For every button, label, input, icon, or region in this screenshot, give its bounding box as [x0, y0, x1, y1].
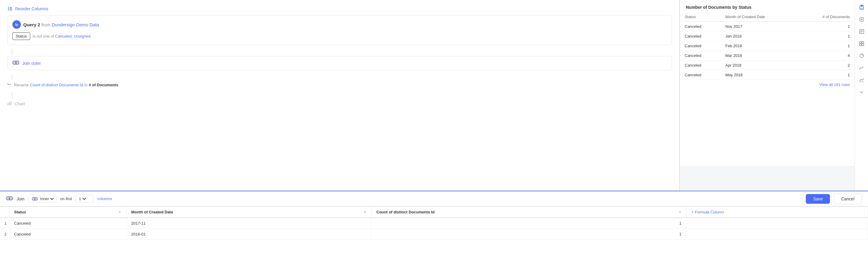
join-outer-label: Join outer — [22, 61, 41, 66]
join-columns-value: 1 — [79, 196, 81, 201]
svg-rect-23 — [860, 44, 861, 46]
svg-rect-21 — [860, 42, 861, 43]
rename-arrow: to — [84, 83, 89, 87]
sidebar-grid-icon[interactable] — [857, 39, 867, 48]
join-columns-label: columns — [97, 196, 112, 201]
preview-table-row: CanceledMar 20184 — [680, 51, 855, 60]
join-on-text: on first — [60, 196, 72, 201]
step-connector-1 — [12, 49, 12, 55]
col-month-sort[interactable]: ▼ — [363, 210, 366, 214]
preview-col-docs: # of Documents — [797, 12, 855, 22]
save-button[interactable]: Save — [806, 194, 830, 204]
sidebar-add-icon[interactable] — [857, 15, 867, 24]
table-row: 1Canceled2017-111 — [0, 218, 868, 229]
preview-chart-area — [680, 166, 855, 191]
query-from: from — [41, 22, 52, 27]
sidebar-edit-icon[interactable] — [857, 27, 867, 36]
preview-area: Number of Documents by Status Status Mon… — [680, 0, 855, 191]
sidebar-trend-icon[interactable] — [857, 75, 867, 85]
svg-rect-1 — [8, 8, 9, 9]
preview-table-row: CanceledJan 20181 — [680, 31, 855, 41]
right-sidebar — [855, 0, 868, 191]
svg-rect-8 — [7, 103, 8, 105]
sidebar-down-icon[interactable] — [857, 87, 867, 97]
reorder-columns-link[interactable]: Reorder Columns — [7, 6, 672, 11]
col-header-month: Month of Created Date ▼ — [126, 207, 371, 218]
join-type-chevron — [51, 196, 54, 200]
svg-rect-0 — [8, 7, 9, 8]
col-header-formula[interactable]: + Formula Column — [686, 207, 868, 218]
query-header: fp Query 2 from Dundersign Demo Data — [12, 20, 667, 29]
svg-rect-22 — [862, 42, 864, 43]
query-name: Query 2 — [23, 22, 40, 27]
join-outer-block: Join outer — [7, 56, 672, 70]
join-number-button[interactable]: 1 — [75, 195, 94, 203]
rename-new-name: # of Documents — [89, 83, 118, 87]
preview-table-row: CanceledApr 20182 — [680, 60, 855, 70]
svg-rect-3 — [10, 7, 12, 8]
chart-icon — [7, 101, 12, 107]
join-bar-circles-icon — [6, 196, 13, 201]
rename-field: Count of distinct Documents Id — [30, 83, 83, 87]
join-type-label: Inner — [40, 196, 49, 201]
preview-table-row: CanceledNov 20171 — [680, 22, 855, 31]
data-table-section: Status ▼ Month of Created Date ▼ Count o… — [0, 207, 868, 267]
filter-condition: is not one of Canceled, Unsigned — [33, 34, 91, 38]
sidebar-save-icon[interactable] — [857, 2, 867, 12]
main-container: Reorder Columns fp Query 2 from Dundersi… — [0, 0, 868, 267]
query-title: Query 2 from Dundersign Demo Data — [23, 22, 99, 27]
filter-row: Status is not one of Canceled, Unsigned — [12, 32, 667, 40]
rename-block: Rename Count of distinct Documents Id to… — [7, 81, 672, 89]
svg-rect-4 — [10, 8, 12, 9]
col-status-sort[interactable]: ▼ — [118, 210, 121, 214]
col-formula-label: + Formula Column — [691, 210, 724, 214]
row-num-header — [0, 207, 9, 218]
svg-rect-9 — [9, 102, 10, 105]
col-header-status: Status ▼ — [9, 207, 126, 218]
pipeline-area: Reorder Columns fp Query 2 from Dundersi… — [0, 0, 680, 191]
svg-rect-5 — [10, 10, 12, 10]
reorder-columns-label: Reorder Columns — [15, 6, 48, 11]
col-count-label: Count of distinct Documents Id — [376, 210, 435, 214]
col-header-count: Count of distinct Documents Id ▼ — [371, 207, 686, 218]
svg-rect-13 — [860, 7, 863, 9]
view-all-rows-link[interactable]: View all 191 rows — [680, 80, 855, 89]
table-row: 2Canceled2018-011 — [0, 229, 868, 240]
join-number-chevron — [83, 196, 86, 200]
preview-col-month: Month of Created Date — [721, 12, 797, 22]
reorder-icon — [7, 6, 13, 11]
svg-rect-10 — [10, 101, 11, 105]
join-outer-icon — [12, 60, 19, 66]
sidebar-line-icon[interactable] — [857, 63, 867, 73]
preview-table-row: CanceledMay 20181 — [680, 70, 855, 80]
query-block: fp Query 2 from Dundersign Demo Data Sta… — [7, 15, 672, 45]
preview-col-status: Status — [680, 12, 721, 22]
data-table: Status ▼ Month of Created Date ▼ Count o… — [0, 207, 868, 240]
col-status-label: Status — [14, 210, 26, 214]
col-month-label: Month of Created Date — [131, 210, 173, 214]
cancel-button[interactable]: Cancel — [834, 194, 862, 204]
query-avatar: fp — [12, 20, 21, 29]
join-bar-label: Join — [17, 196, 25, 201]
chart-label: Chart — [14, 101, 25, 106]
filter-field-badge[interactable]: Status — [12, 32, 30, 40]
preview-table: Status Month of Created Date # of Docume… — [680, 12, 855, 166]
rename-icon — [7, 82, 11, 87]
filter-operator: is not one of — [33, 34, 54, 38]
chart-block: Chart — [7, 100, 672, 108]
step-connector-3 — [12, 92, 12, 98]
sidebar-pie-icon[interactable] — [857, 51, 867, 60]
top-section: Reorder Columns fp Query 2 from Dundersi… — [0, 0, 868, 191]
rename-action: Rename — [14, 83, 29, 87]
preview-table-row: CanceledFeb 20181 — [680, 41, 855, 51]
join-type-button[interactable]: Inner — [28, 195, 57, 203]
preview-title: Number of Documents by Status — [680, 0, 855, 12]
query-source: Dundersign Demo Data — [52, 22, 99, 27]
svg-rect-12 — [861, 5, 863, 7]
svg-rect-24 — [862, 44, 864, 46]
filter-values: Canceled, Unsigned — [55, 34, 90, 38]
step-connector-2 — [12, 74, 12, 80]
col-count-sort[interactable]: ▼ — [678, 210, 681, 214]
svg-rect-2 — [8, 10, 9, 10]
rename-text: Rename Count of distinct Documents Id to… — [14, 83, 118, 87]
